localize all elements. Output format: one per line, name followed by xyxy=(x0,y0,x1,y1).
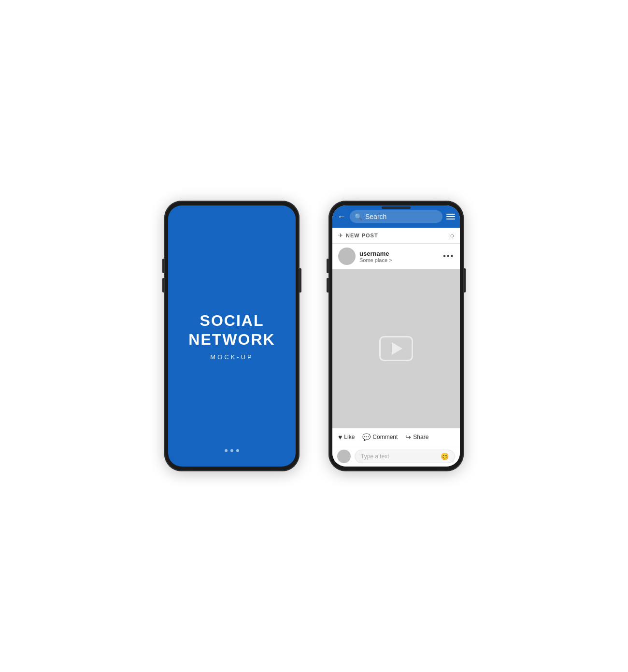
left-phone: SOCIAL NETWORK MOCK-UP xyxy=(164,201,300,471)
emoji-icon[interactable]: 😊 xyxy=(441,453,449,460)
splash-title-line2: NETWORK xyxy=(188,330,275,349)
like-button[interactable]: ♥ Like xyxy=(338,433,355,441)
search-bar: ← 🔍 Search xyxy=(332,205,460,228)
comment-avatar xyxy=(337,450,351,463)
phones-container: SOCIAL NETWORK MOCK-UP ← xyxy=(164,201,464,471)
location[interactable]: Some place > xyxy=(359,257,392,263)
action-bar: ♥ Like 💬 Comment ↪ Share xyxy=(332,428,460,446)
back-button[interactable]: ← xyxy=(337,212,346,222)
play-button[interactable] xyxy=(379,336,413,361)
share-button[interactable]: ↪ Share xyxy=(405,433,428,441)
vol-button-1 xyxy=(162,259,164,273)
dot-1 xyxy=(225,449,228,452)
right-vol-button-2 xyxy=(327,278,328,292)
username[interactable]: username xyxy=(359,250,392,257)
new-post-label: NEW POST xyxy=(346,233,378,238)
feed-screen: ← 🔍 Search ✈ NEW POST xyxy=(332,205,460,467)
dot-3 xyxy=(236,449,239,452)
comment-label: Comment xyxy=(372,434,398,440)
camera-icon[interactable]: ○ xyxy=(450,232,454,239)
right-phone: ← 🔍 Search ✈ NEW POST xyxy=(328,201,464,471)
send-icon: ✈ xyxy=(338,232,343,239)
left-phone-screen: SOCIAL NETWORK MOCK-UP xyxy=(168,205,296,467)
share-icon: ↪ xyxy=(405,433,411,441)
power-button xyxy=(300,268,301,292)
user-details: username Some place > xyxy=(359,250,392,263)
hamburger-menu[interactable] xyxy=(446,214,455,219)
post-media[interactable] xyxy=(332,269,460,428)
search-text: Search xyxy=(365,213,386,220)
right-phone-screen: ← 🔍 Search ✈ NEW POST xyxy=(332,205,460,467)
like-icon: ♥ xyxy=(338,433,342,441)
post-user-info: username Some place > xyxy=(338,248,392,265)
hamburger-line-2 xyxy=(446,216,455,217)
share-label: Share xyxy=(413,434,428,440)
right-vol-button-1 xyxy=(327,259,328,273)
comment-placeholder: Type a text xyxy=(361,453,389,460)
new-post-left: ✈ NEW POST xyxy=(338,232,378,239)
play-triangle-icon xyxy=(392,342,402,355)
comment-input[interactable]: Type a text 😊 xyxy=(355,450,455,463)
splash-subtitle: MOCK-UP xyxy=(210,353,253,361)
hamburger-line-3 xyxy=(446,219,455,219)
splash-dots xyxy=(225,449,239,452)
new-post-bar: ✈ NEW POST ○ xyxy=(332,228,460,244)
comment-button[interactable]: 💬 Comment xyxy=(362,433,398,441)
splash-title-line1: SOCIAL xyxy=(188,311,275,330)
more-options-button[interactable]: ••• xyxy=(443,252,454,261)
right-power-button xyxy=(464,268,466,292)
avatar xyxy=(338,248,356,265)
post-header: username Some place > ••• xyxy=(332,244,460,269)
comment-input-bar: Type a text 😊 xyxy=(332,446,460,467)
search-icon: 🔍 xyxy=(355,213,362,220)
splash-screen: SOCIAL NETWORK MOCK-UP xyxy=(168,205,296,467)
splash-title: SOCIAL NETWORK xyxy=(188,311,275,349)
search-input-wrapper[interactable]: 🔍 Search xyxy=(350,210,442,223)
like-label: Like xyxy=(344,434,355,440)
dot-2 xyxy=(230,449,233,452)
hamburger-line-1 xyxy=(446,214,455,215)
comment-icon: 💬 xyxy=(362,433,371,441)
vol-button-2 xyxy=(162,278,164,292)
